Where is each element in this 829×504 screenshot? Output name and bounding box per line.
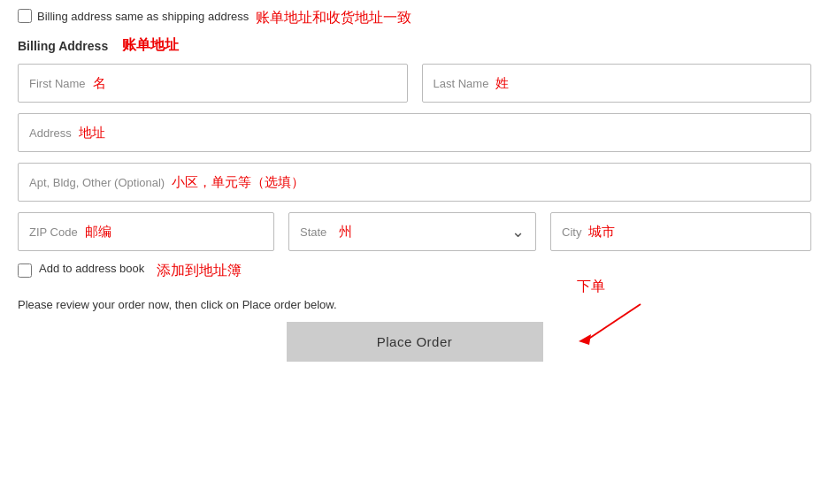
state-inner: State 州 [300,224,352,241]
first-name-annotation: 名 [93,75,106,92]
name-row: First Name 名 Last Name 姓 [18,64,811,103]
section-title-text: Billing Address [18,39,108,53]
city-placeholder: City [562,225,581,239]
last-name-field[interactable]: Last Name 姓 [422,64,812,103]
place-order-button[interactable]: Place Order [287,322,543,362]
add-address-annotation: 添加到地址簿 [157,262,242,280]
order-annotation: 下单 [577,278,605,296]
last-name-annotation: 姓 [495,75,509,92]
state-placeholder: State [300,225,326,239]
arrow-area: Place Order 下单 [287,322,543,362]
city-annotation: 城市 [588,224,615,241]
chevron-down-icon: ⌄ [511,222,525,241]
section-title-annotation: 账单地址 [122,36,179,55]
billing-address-section-title: Billing Address 账单地址 [18,36,811,55]
svg-line-0 [587,304,641,340]
arrow-icon [570,295,649,348]
svg-marker-1 [579,334,591,345]
place-order-wrapper: Place Order 下单 [18,322,811,362]
state-annotation: 州 [339,224,352,241]
apt-annotation: 小区，单元等（选填） [172,174,304,191]
billing-same-annotation: 账单地址和收货地址一致 [256,9,411,27]
review-text: Please review your order now, then click… [18,298,811,311]
billing-same-label-text: Billing address same as shipping address [37,10,249,23]
address-annotation: 地址 [79,125,105,141]
apt-field[interactable]: Apt, Bldg, Other (Optional) 小区，单元等（选填） [18,163,811,202]
zip-placeholder: ZIP Code [29,225,78,239]
address-field[interactable]: Address 地址 [18,113,811,152]
billing-same-as-shipping-label[interactable]: Billing address same as shipping address [18,9,249,23]
first-name-field[interactable]: First Name 名 [18,64,408,103]
address-row: Address 地址 [18,113,811,152]
billing-same-checkbox[interactable] [18,9,32,23]
add-address-row: Add to address book 添加到地址簿 [18,262,811,280]
first-name-placeholder: First Name [29,77,86,90]
zip-field[interactable]: ZIP Code 邮编 [18,212,274,251]
last-name-placeholder: Last Name [434,77,489,90]
add-address-checkbox[interactable] [18,263,32,278]
apt-placeholder: Apt, Bldg, Other (Optional) [29,176,165,189]
zip-annotation: 邮编 [85,224,111,241]
city-field[interactable]: City 城市 [550,212,811,251]
address-placeholder: Address [29,126,72,140]
apt-row: Apt, Bldg, Other (Optional) 小区，单元等（选填） [18,163,811,202]
top-row: Billing address same as shipping address… [18,9,811,27]
state-field[interactable]: State 州 ⌄ [288,212,536,251]
review-text-content: Please review your order now, then click… [18,298,337,311]
add-address-label: Add to address book [39,262,144,275]
zip-state-city-row: ZIP Code 邮编 State 州 ⌄ City 城市 [18,212,811,251]
